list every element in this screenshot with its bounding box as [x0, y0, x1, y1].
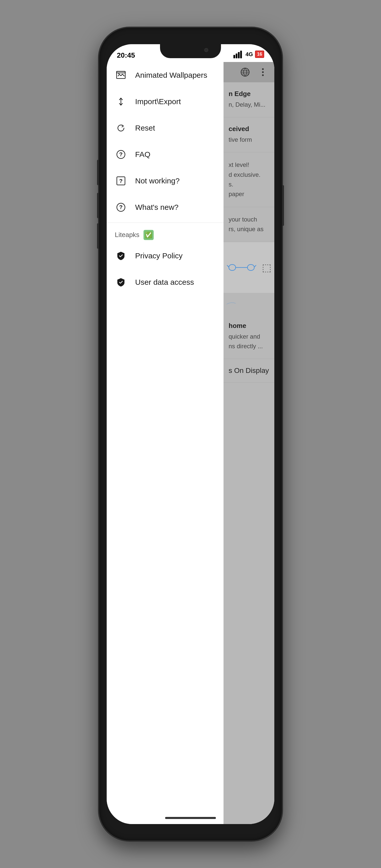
- text-block-2: ceived tive form: [224, 117, 274, 152]
- menu-item-import-export[interactable]: Import\Export: [107, 88, 224, 115]
- animated-wallpapers-icon: [115, 69, 127, 81]
- phone-notch: [160, 44, 221, 58]
- text-block-3: xt level! d exclusive. s. paper: [224, 152, 274, 207]
- crop-icon: ⬚: [262, 261, 272, 273]
- svg-rect-3: [240, 51, 242, 58]
- user-data-access-label: User data access: [135, 278, 194, 286]
- svg-rect-2: [238, 52, 240, 58]
- svg-rect-5: [117, 71, 125, 73]
- status-time: 20:45: [117, 51, 135, 59]
- text-body-4a: your touch: [229, 215, 269, 224]
- whats-new-icon: ?: [115, 201, 127, 213]
- text-block-4: your touch rs, unique as: [224, 207, 274, 242]
- privacy-policy-label: Privacy Policy: [135, 251, 183, 260]
- text-title-1: n Edge: [229, 90, 269, 98]
- menu-item-whats-new[interactable]: ? What's new?: [107, 194, 224, 220]
- curve-svg: [226, 298, 236, 308]
- text-body-3b: d exclusive.: [229, 170, 269, 180]
- glasses-image: [226, 261, 257, 274]
- globe-button[interactable]: [239, 66, 251, 79]
- status-icons: 4G 16: [233, 49, 264, 59]
- svg-rect-4: [117, 71, 125, 79]
- faq-icon: ?: [115, 148, 127, 160]
- svg-rect-1: [235, 53, 237, 58]
- svg-rect-0: [233, 55, 235, 58]
- menu-item-not-working[interactable]: ? Not working?: [107, 168, 224, 194]
- home-indicator: [165, 817, 216, 819]
- text-body-3a: xt level!: [229, 160, 269, 170]
- reset-icon: [115, 122, 127, 134]
- phone-screen: 20:45 4G 16: [107, 44, 274, 824]
- phone-device: 20:45 4G 16: [99, 28, 282, 841]
- not-working-label: Not working?: [135, 177, 180, 185]
- liteapks-section: Liteapks ✅: [107, 225, 224, 243]
- import-export-label: Import\Export: [135, 97, 181, 106]
- privacy-policy-icon: [115, 250, 127, 262]
- menu-item-reset[interactable]: Reset: [107, 115, 224, 141]
- svg-text:?: ?: [119, 178, 122, 184]
- text-body-3d: paper: [229, 189, 269, 199]
- drawer-divider: [107, 222, 224, 223]
- menu-item-faq[interactable]: ? FAQ: [107, 141, 224, 168]
- home-title: home: [229, 322, 269, 330]
- screen-content: Animated Wallpapers Import\Export: [107, 62, 274, 824]
- text-block-1: n Edge n, Delay, Mi...: [224, 82, 274, 117]
- network-type: 4G: [246, 51, 253, 58]
- home-section: home quicker and ns directly ...: [224, 314, 274, 359]
- text-body-3c: s.: [229, 180, 269, 189]
- app-toolbar: [224, 62, 274, 82]
- text-body-1: n, Delay, Mi...: [229, 100, 269, 110]
- home-body-2: ns directly ...: [229, 341, 269, 351]
- drawer-spacer: [107, 296, 224, 824]
- decorative-curve: [224, 293, 274, 314]
- text-body-2: tive form: [229, 135, 269, 145]
- on-display-text: s On Display: [229, 367, 269, 375]
- faq-label: FAQ: [135, 150, 150, 159]
- on-display-section: s On Display: [224, 359, 274, 382]
- liteapks-label: Liteapks: [115, 231, 139, 239]
- menu-item-privacy-policy[interactable]: Privacy Policy: [107, 243, 224, 269]
- svg-point-6: [118, 73, 119, 74]
- text-body-4b: rs, unique as: [229, 224, 269, 234]
- text-title-2: ceived: [229, 125, 269, 133]
- whats-new-label: What's new?: [135, 203, 179, 212]
- user-data-access-icon: [115, 276, 127, 288]
- svg-point-16: [262, 74, 264, 76]
- home-body-1: quicker and: [229, 332, 269, 341]
- more-options-button[interactable]: [257, 66, 269, 79]
- liteapks-check-icon: ✅: [144, 230, 154, 240]
- svg-text:?: ?: [119, 204, 122, 210]
- reset-label: Reset: [135, 124, 155, 132]
- battery-icon: 16: [255, 51, 264, 58]
- import-export-icon: [115, 95, 127, 108]
- menu-item-animated-wallpapers[interactable]: Animated Wallpapers: [107, 62, 224, 88]
- signal-icon: [233, 49, 244, 59]
- svg-point-14: [262, 68, 264, 70]
- not-working-icon: ?: [115, 175, 127, 187]
- svg-point-15: [262, 71, 264, 73]
- front-camera: [204, 48, 208, 52]
- image-preview-area: ⬚: [224, 242, 274, 293]
- menu-item-user-data-access[interactable]: User data access: [107, 269, 224, 296]
- navigation-drawer: Animated Wallpapers Import\Export: [107, 62, 224, 824]
- animated-wallpapers-label: Animated Wallpapers: [135, 71, 207, 80]
- background-content: n Edge n, Delay, Mi... ceived tive form …: [224, 62, 274, 824]
- svg-text:?: ?: [119, 151, 122, 157]
